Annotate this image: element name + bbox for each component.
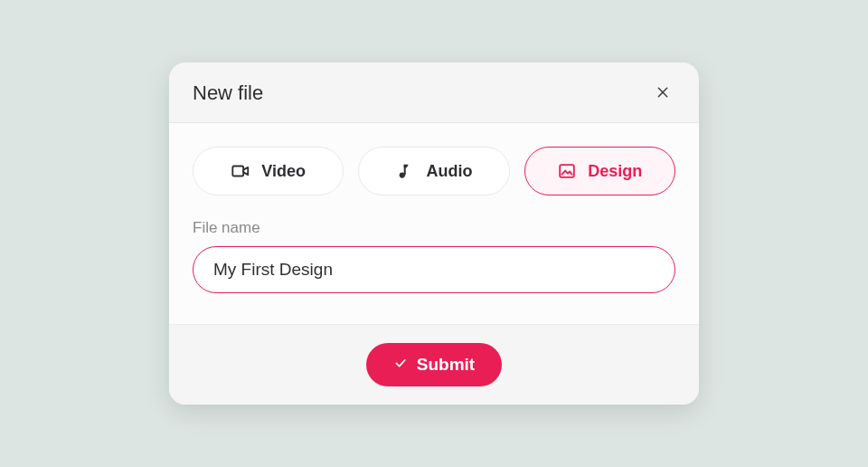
file-type-label: Design — [588, 162, 642, 181]
close-icon — [656, 85, 670, 102]
svg-rect-5 — [561, 165, 575, 177]
file-type-row: Video Audio — [193, 147, 675, 195]
image-icon — [557, 161, 577, 181]
filename-input[interactable] — [193, 246, 675, 293]
file-type-video[interactable]: Video — [193, 147, 344, 195]
modal-title: New file — [193, 81, 263, 105]
video-icon — [231, 161, 250, 181]
file-type-label: Audio — [426, 162, 472, 181]
file-type-label: Video — [261, 162, 306, 181]
file-type-audio[interactable]: Audio — [358, 147, 509, 195]
close-button[interactable] — [650, 81, 675, 106]
music-icon — [395, 161, 415, 181]
submit-label: Submit — [417, 355, 475, 375]
modal-body: Video Audio — [169, 123, 699, 324]
modal-header: New file — [169, 62, 699, 123]
check-icon — [393, 355, 408, 375]
file-type-design[interactable]: Design — [524, 147, 675, 195]
new-file-modal: New file Video — [169, 62, 699, 405]
modal-footer: Submit — [169, 324, 699, 405]
filename-label: File name — [193, 219, 675, 237]
svg-rect-2 — [233, 167, 244, 176]
submit-button[interactable]: Submit — [366, 343, 502, 386]
